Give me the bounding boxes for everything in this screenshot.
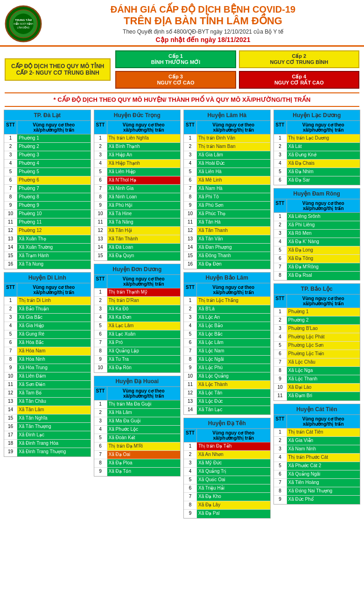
district-col-header: STTVùng nguy cơ theo xã/phường/thị trấn (184, 429, 270, 442)
row-stt: 1 (94, 400, 107, 408)
row-stt: 3 (274, 230, 287, 238)
legend-province-line2: CẤP 2- NGUY CƠ TRUNG BÌNH (11, 70, 104, 76)
row-stt: 9 (94, 202, 107, 210)
row-stt: 11 (184, 218, 197, 226)
table-row: 15Xã Đông Thanh (184, 252, 270, 260)
table-row: 6Xã Hòa Bắc (4, 339, 91, 347)
row-stt: 3 (184, 151, 197, 159)
table-row: 12Xã Tân Hội (94, 227, 181, 235)
table-row: 9Phường 9 (4, 202, 91, 210)
row-name: Xã Lộc Nam (197, 347, 270, 355)
table-row: 14Xã Đan Phượng (184, 244, 270, 252)
col-vung-label: Vùng nguy cơ theo xã/phường/thị trấn (287, 415, 360, 428)
section-title: * CẤP ĐỘ DỊCH THEO QUY MÔ HUYỆN/ THÀNH P… (5, 92, 359, 107)
row-stt: 7 (94, 451, 107, 459)
table-row: 2Xã Bảo Thuận (4, 305, 91, 314)
svg-text:KIỂM SOÁT BỆNH: KIỂM SOÁT BỆNH (14, 21, 33, 25)
row-name: Xã Đạ K' Nàng (287, 238, 360, 246)
table-row: 2Thị trấn D'Ran (94, 297, 181, 305)
row-name: Xã Quảng Lập (107, 347, 181, 355)
row-name: Phường Lộc Sơn (287, 342, 360, 350)
row-stt: 5 (274, 246, 287, 254)
row-stt: 1 (274, 428, 287, 436)
row-stt: 14 (4, 244, 17, 252)
row-stt: 5 (274, 462, 287, 470)
table-row: 11Xã Tà Năng (94, 218, 181, 227)
row-stt: 5 (94, 168, 107, 176)
row-name: Xã Đưng Knớ (287, 151, 360, 159)
row-stt: 10 (274, 384, 287, 392)
row-stt: 9 (184, 364, 197, 372)
row-stt: 1 (274, 213, 287, 221)
row-stt: 10 (4, 372, 17, 380)
district-block: Huyện Đạ TẻhSTTVùng nguy cơ theo xã/phườ… (183, 418, 271, 519)
row-stt: 9 (274, 375, 287, 383)
district-col-header: STTVùng nguy cơ theo xã/phường/thị trấn (94, 387, 181, 400)
row-stt: 12 (94, 227, 107, 235)
row-stt: 15 (4, 252, 17, 260)
row-name: Xã Tân Thành (107, 235, 181, 243)
row-stt: 13 (4, 235, 17, 243)
table-row: 5Xã Đoàn Kết (94, 434, 181, 442)
table-row: 6Xã Lộc Lâm (184, 339, 270, 347)
row-name: Xã Hòa Nam (17, 347, 91, 355)
row-name: Xã Đồng Nai Thượng (287, 487, 360, 495)
table-row: 7Xã Đạ Kho (184, 493, 270, 501)
table-row: 6Xã Đạ Sar (274, 176, 360, 185)
row-name: Xã Sơn Điền (17, 381, 91, 389)
district-block: TP. Đà LạtSTTVùng nguy cơ theo xã/phường… (4, 110, 91, 269)
row-name: Xã Ka Đơn (107, 314, 181, 322)
table-row: 6Xã Lạc Xuân (94, 330, 181, 339)
row-stt: 2 (274, 143, 287, 151)
row-stt: 12 (184, 227, 197, 235)
district-header: Huyện Bảo Lâm (184, 273, 270, 283)
row-stt: 4 (184, 160, 197, 168)
district-block: Huyện Cát TiênSTTVùng nguy cơ theo xã/ph… (273, 404, 361, 505)
row-stt: 9 (274, 496, 287, 504)
row-stt: 10 (94, 364, 107, 372)
row-name: Xã Đại Lào (287, 384, 360, 392)
row-name: Xã Đạ Ploa (107, 459, 181, 467)
table-row: 13Xã Xuân Thọ (4, 235, 91, 244)
table-row: 18Xã Đinh Trang Hòa (4, 440, 91, 448)
row-name: Xã Nam Ninh (287, 445, 360, 453)
col-stt-label: STT (184, 121, 197, 134)
table-row: 1Thị trấn Liên Nghĩa (94, 134, 181, 143)
row-name: Phường 2 (17, 143, 91, 151)
table-row: 7Xã Nam Hà (184, 185, 270, 193)
table-row: 1Thị trấn Cát Tiên (274, 428, 360, 437)
table-row: 3Xã Hiệp An (94, 151, 181, 160)
column-3: Huyện Lâm HàSTTVùng nguy cơ theo xã/phườ… (183, 110, 271, 519)
table-row: 8Xã Đồng Nai Thượng (274, 487, 360, 496)
row-stt: 3 (4, 151, 17, 159)
row-name: Xã Lạc Xuân (107, 330, 181, 338)
row-name: Phường 7 (17, 185, 91, 193)
row-stt: 4 (94, 314, 107, 322)
row-stt: 3 (274, 151, 287, 159)
title2: TRÊN ĐỊA BÀN TỈNH LÂM ĐỒNG (47, 15, 359, 27)
row-stt: 9 (94, 468, 107, 476)
row-name: Xã Lộc Đức (197, 398, 270, 406)
row-stt: 12 (184, 389, 197, 397)
row-stt: 8 (94, 193, 107, 201)
table-row: 2Xã B'Lá (184, 305, 270, 314)
row-stt: 4 (184, 468, 197, 476)
table-row: 9Xã Đạ Tồn (94, 468, 181, 476)
table-row: 6Phường 6 (4, 176, 91, 185)
row-name: Xã Lộc An (197, 314, 270, 322)
table-row: 4Xã Quảng Trị (184, 468, 270, 476)
row-stt: 2 (274, 437, 287, 445)
col-stt-label: STT (94, 387, 107, 400)
table-row: 1Thị trấn Ma Đa Guội (94, 400, 181, 409)
row-name: Xã Tân Nghĩa (17, 414, 91, 422)
row-name: Xã Liên Đầm (17, 372, 91, 380)
row-name: Xã Tân Thượng (17, 423, 91, 431)
table-row: 16Xã Tân Thượng (4, 423, 91, 431)
row-stt: 19 (4, 448, 17, 456)
row-stt: 1 (184, 442, 197, 450)
row-name: Xã Hòa Trung (17, 364, 91, 372)
table-row: 9Xã Đạ Pal (184, 510, 270, 518)
row-stt: 5 (184, 330, 197, 338)
table-row: 6Thị trấn Đạ M'Ri (94, 442, 181, 451)
row-stt: 2 (274, 316, 287, 324)
